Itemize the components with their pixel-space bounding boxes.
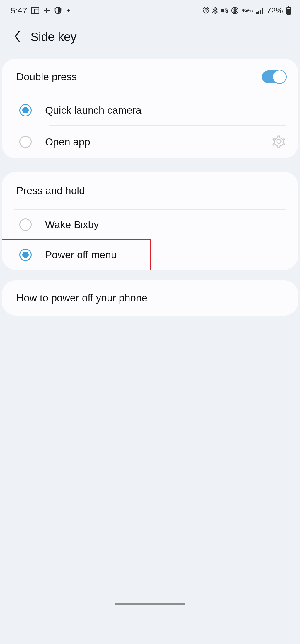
svg-rect-1 xyxy=(34,9,39,13)
battery-percent: 72% xyxy=(267,6,283,15)
dot-icon xyxy=(67,9,70,12)
header: Side key xyxy=(0,18,300,59)
info-text: How to power off your phone xyxy=(16,292,147,304)
page-title: Side key xyxy=(30,30,76,44)
status-bar: 5:47 4G+↑↓ 72% xyxy=(0,0,300,18)
svg-point-18 xyxy=(277,139,281,143)
radio-wake-bixby[interactable]: Wake Bixby xyxy=(2,210,298,240)
svg-rect-2 xyxy=(46,8,47,10)
svg-rect-5 xyxy=(47,10,50,11)
svg-rect-12 xyxy=(258,11,259,14)
hotspot-icon xyxy=(231,7,239,14)
gear-icon[interactable] xyxy=(272,134,286,150)
gesture-bar[interactable] xyxy=(115,603,185,605)
radio-icon xyxy=(19,218,32,231)
radio-label: Open app xyxy=(45,136,258,148)
radio-label: Power off menu xyxy=(45,249,286,261)
double-press-toggle[interactable] xyxy=(262,70,286,83)
radio-label: Wake Bixby xyxy=(45,219,286,231)
radio-open-app[interactable]: Open app xyxy=(2,126,298,158)
info-how-to-power-off[interactable]: How to power off your phone xyxy=(2,280,298,316)
bluetooth-icon xyxy=(212,7,218,14)
alarm-icon xyxy=(202,7,209,14)
back-icon[interactable] xyxy=(12,30,22,44)
double-press-header: Double press xyxy=(2,59,298,95)
radio-label: Quick launch camera xyxy=(45,104,286,116)
signal-icon xyxy=(256,7,264,14)
svg-rect-11 xyxy=(256,12,258,14)
shield-icon xyxy=(54,7,62,14)
multi-window-icon xyxy=(31,7,39,14)
radio-quick-launch-camera[interactable]: Quick launch camera xyxy=(2,95,298,125)
radio-power-off-menu[interactable]: Power off menu xyxy=(2,240,298,270)
mute-icon xyxy=(221,7,228,14)
svg-point-8 xyxy=(234,10,236,11)
svg-rect-4 xyxy=(44,10,47,11)
status-left: 5:47 xyxy=(11,6,70,16)
status-time: 5:47 xyxy=(11,6,27,16)
svg-rect-13 xyxy=(260,10,261,14)
press-hold-header: Press and hold xyxy=(2,172,298,209)
network-4g-icon: 4G+↑↓ xyxy=(242,8,253,13)
toggle-knob xyxy=(272,70,287,84)
svg-rect-16 xyxy=(288,6,289,7)
double-press-title: Double press xyxy=(16,71,77,83)
battery-icon xyxy=(286,6,291,15)
svg-rect-17 xyxy=(287,9,290,14)
press-hold-card: Press and hold Wake Bixby Power off menu xyxy=(2,172,298,270)
svg-rect-14 xyxy=(262,8,263,14)
slack-icon xyxy=(43,7,50,14)
svg-rect-3 xyxy=(46,11,47,13)
radio-icon xyxy=(19,104,32,116)
empty-space xyxy=(0,316,300,603)
radio-icon xyxy=(19,249,32,261)
status-right: 4G+↑↓ 72% xyxy=(202,6,291,15)
double-press-card: Double press Quick launch camera Open ap… xyxy=(2,59,298,158)
radio-icon xyxy=(19,136,32,148)
press-hold-title: Press and hold xyxy=(16,185,85,196)
